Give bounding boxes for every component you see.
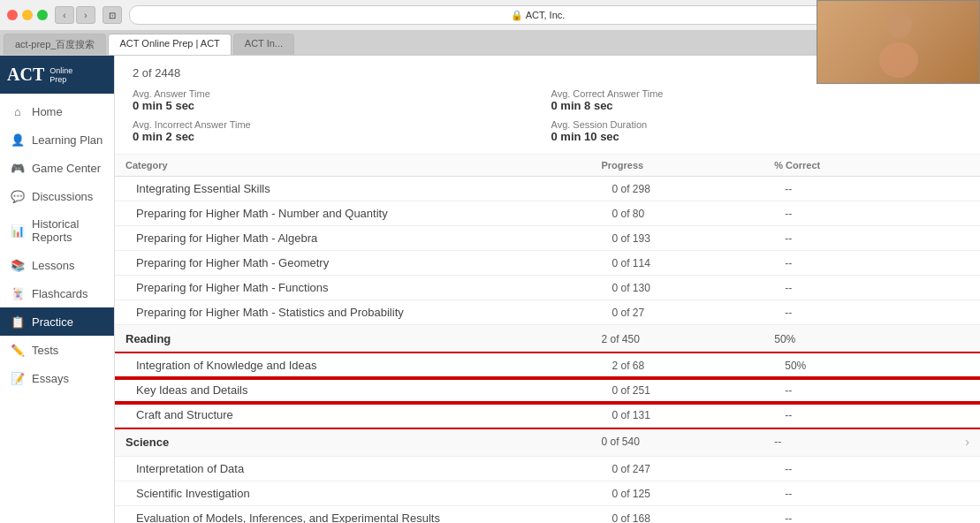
sidebar-item-learning-plan-label: Learning Plan — [32, 133, 103, 147]
sidebar-item-historical-reports-label: Historical Reports — [32, 217, 103, 244]
row-label: Integrating Essential Skills — [115, 177, 590, 201]
avg-incorrect-time: Avg. Incorrect Answer Time 0 min 2 sec — [133, 119, 544, 143]
table-row: Preparing for Higher Math - Geometry 0 o… — [115, 251, 980, 276]
row-arrow — [893, 300, 980, 325]
sidebar-item-tests-label: Tests — [32, 344, 58, 357]
row-label: Preparing for Higher Math - Number and Q… — [115, 201, 590, 226]
table-row: Preparing for Higher Math - Statistics a… — [115, 300, 980, 325]
sidebar-item-game-center[interactable]: 🎮 Game Center — [0, 154, 114, 182]
sidebar-item-home[interactable]: ⌂ Home — [0, 97, 114, 125]
col-category: Category — [115, 155, 590, 177]
row-progress: 0 of 298 — [590, 177, 763, 201]
table-row-craft: Craft and Structure 0 of 131 -- — [115, 403, 980, 428]
sidebar-item-tests[interactable]: ✏️ Tests — [0, 336, 114, 364]
table-row: Preparing for Higher Math - Functions 0 … — [115, 276, 980, 300]
sidebar-item-lessons[interactable]: 📚 Lessons — [0, 251, 114, 279]
row-progress: 2 of 68 — [590, 353, 763, 378]
forward-button[interactable]: › — [76, 6, 95, 24]
row-progress: 0 of 80 — [590, 201, 763, 226]
row-label: Reading — [115, 325, 590, 353]
maximize-button[interactable] — [37, 10, 48, 20]
sidebar-item-home-label: Home — [32, 105, 63, 118]
sidebar-item-essays[interactable]: 📝 Essays — [0, 364, 114, 392]
row-arrow — [893, 353, 980, 378]
row-progress: 0 of 540 — [590, 428, 763, 457]
row-arrow — [893, 201, 980, 226]
avg-session-duration: Avg. Session Duration 0 min 10 sec — [551, 119, 963, 143]
row-arrow — [893, 251, 980, 276]
row-label: Science — [115, 428, 590, 457]
row-label: Preparing for Higher Math - Statistics a… — [115, 300, 590, 325]
app-container: ACT Online Prep ⌂ Home 👤 Learning Plan 🎮… — [0, 56, 980, 523]
sidebar-item-historical-reports[interactable]: 📊 Historical Reports — [0, 210, 114, 251]
row-arrow — [893, 403, 980, 428]
row-arrow: › — [893, 428, 980, 457]
row-label: Interpretation of Data — [115, 457, 590, 481]
row-label: Evaluation of Models, Inferences, and Ex… — [115, 506, 590, 524]
row-pct: -- — [763, 226, 893, 251]
row-arrow — [893, 481, 980, 506]
row-progress: 0 of 247 — [590, 457, 763, 481]
row-arrow — [893, 276, 980, 300]
traffic-lights — [7, 10, 48, 20]
close-button[interactable] — [7, 10, 18, 20]
row-progress: 0 of 168 — [590, 506, 763, 524]
row-arrow — [893, 457, 980, 481]
practice-icon: 📋 — [11, 315, 25, 329]
row-pct: -- — [763, 481, 893, 506]
table-row: Scientific Investigation 0 of 125 -- — [115, 481, 980, 506]
back-button[interactable]: ‹ — [55, 6, 74, 24]
sidebar-item-essays-label: Essays — [32, 372, 69, 385]
row-label: Preparing for Higher Math - Algebra — [115, 226, 590, 251]
row-label: Scientific Investigation — [115, 481, 590, 506]
row-label: Craft and Structure — [115, 403, 590, 428]
row-progress: 0 of 27 — [590, 300, 763, 325]
browser-tab-2[interactable]: ACT In... — [233, 34, 294, 55]
row-pct: 50% — [763, 353, 893, 378]
sidebar-item-learning-plan[interactable]: 👤 Learning Plan — [0, 125, 114, 154]
progress-table: Category Progress % Correct Integrating … — [115, 155, 980, 523]
learning-plan-icon: 👤 — [11, 133, 25, 147]
sidebar-item-practice-label: Practice — [32, 315, 73, 329]
table-row: Preparing for Higher Math - Algebra 0 of… — [115, 226, 980, 251]
row-arrow — [893, 177, 980, 201]
row-progress: 0 of 130 — [590, 276, 763, 300]
row-pct: -- — [763, 300, 893, 325]
window-button[interactable]: ⊡ — [103, 6, 122, 24]
table-row: Evaluation of Models, Inferences, and Ex… — [115, 506, 980, 524]
row-pct: -- — [763, 177, 893, 201]
sidebar-logo: ACT Online Prep — [0, 56, 114, 94]
row-pct: -- — [763, 251, 893, 276]
browser-tab-1[interactable]: ACT Online Prep | ACT — [108, 34, 231, 55]
person-silhouette — [872, 7, 925, 78]
lock-icon: 🔒 — [511, 10, 523, 21]
row-arrow — [893, 325, 980, 353]
essays-icon: 📝 — [11, 371, 25, 385]
sidebar-item-practice[interactable]: 📋 Practice — [0, 307, 114, 336]
row-progress: 0 of 114 — [590, 251, 763, 276]
svg-point-1 — [879, 42, 918, 78]
col-progress: Progress — [590, 155, 763, 177]
home-icon: ⌂ — [11, 104, 25, 118]
game-center-icon: 🎮 — [11, 161, 25, 175]
tests-icon: ✏️ — [11, 343, 25, 357]
sidebar-item-flashcards[interactable]: 🃏 Flashcards — [0, 279, 114, 307]
row-label: Preparing for Higher Math - Geometry — [115, 251, 590, 276]
svg-point-0 — [885, 11, 912, 38]
video-overlay — [817, 0, 980, 84]
row-progress: 0 of 125 — [590, 481, 763, 506]
table-row: Interpretation of Data 0 of 247 -- — [115, 457, 980, 481]
col-arrow — [893, 155, 980, 177]
row-pct: -- — [763, 201, 893, 226]
browser-tab-0[interactable]: act-prep_百度搜索 — [4, 34, 106, 55]
table-row: Integrating Essential Skills 0 of 298 -- — [115, 177, 980, 201]
sidebar-item-discussions[interactable]: 💬 Discussions — [0, 182, 114, 210]
table-row: Preparing for Higher Math - Number and Q… — [115, 201, 980, 226]
row-pct: 50% — [763, 325, 893, 353]
avg-correct-time: Avg. Correct Answer Time 0 min 8 sec — [551, 88, 963, 112]
video-feed — [817, 1, 979, 83]
table-row-reading: Reading 2 of 450 50% — [115, 325, 980, 353]
table-row-key-ideas: Key Ideas and Details 0 of 251 -- — [115, 378, 980, 403]
row-progress: 0 of 131 — [590, 403, 763, 428]
minimize-button[interactable] — [22, 10, 33, 20]
